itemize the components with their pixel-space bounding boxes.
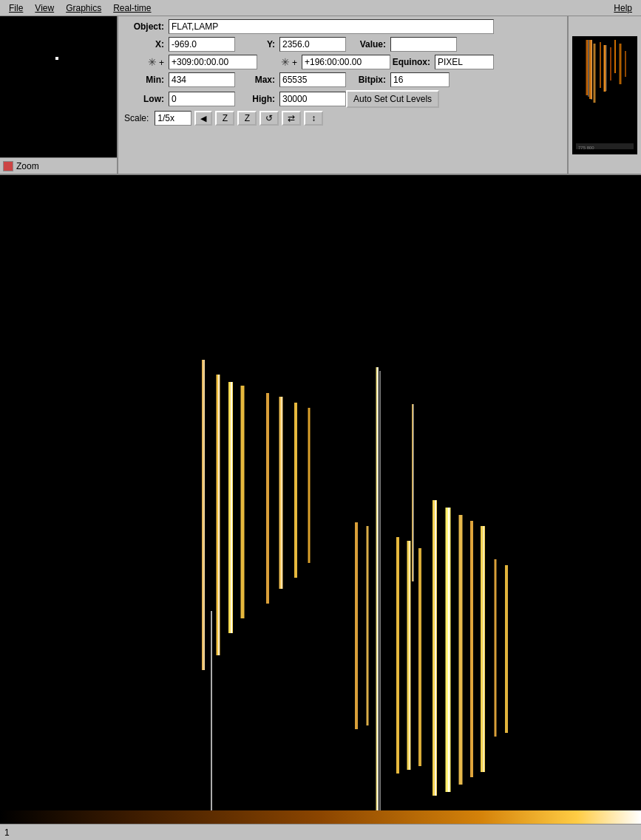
high-label: High: [235,94,279,104]
y-field[interactable] [279,37,346,52]
object-row: Object: [124,19,561,34]
ra-icon-group: ✳ + [124,56,169,68]
scale-row: Scale: ◀ Z Z ↺ ⇄ ↕ [124,111,561,126]
zoom-in-button[interactable]: Z [237,111,257,126]
zoom-color-indicator [3,161,13,171]
y-label: Y: [235,39,279,49]
dec-star-icon: ✳ [281,56,290,68]
xy-row: X: Y: Value: [124,37,561,52]
info-panel: Object: X: Y: Value: ✳ + ✳ + Equinox: [118,16,567,174]
zoom-label: Zoom [16,161,39,171]
x-label: X: [124,39,169,49]
value-label: Value: [346,39,390,49]
ra-star-icon: ✳ [148,56,157,68]
menu-view[interactable]: View [29,1,60,15]
min-label: Min: [124,75,169,85]
thumbnail-image: 775 800 [572,36,637,154]
spectral-display [0,175,641,810]
scale-field[interactable] [155,111,191,126]
scroll-left-btn[interactable]: ◀ [194,111,212,126]
menubar: File View Graphics Real-time Help [0,0,641,16]
main-spectral-image[interactable] [0,175,641,810]
flip-horizontal-button[interactable]: ⇄ [282,111,301,126]
zoom-label-bar: Zoom [0,157,117,174]
high-field[interactable] [279,92,346,106]
object-label: Object: [124,21,169,32]
scale-label: Scale: [124,113,149,123]
thumbnail-panel: 775 800 [567,16,641,174]
zoom-panel: Zoom [0,16,118,174]
dec-field[interactable] [302,55,390,69]
bitpix-field[interactable] [390,72,450,87]
status-value: 1 [4,827,10,838]
equinox-label: Equinox: [390,57,435,67]
top-panel: Zoom Object: X: Y: Value: ✳ + ✳ [0,16,641,175]
min-field[interactable] [169,72,235,87]
max-field[interactable] [279,72,346,87]
menu-file[interactable]: File [3,1,29,15]
dec-plus-icon: + [292,58,297,68]
max-label: Max: [235,75,279,85]
radec-row: ✳ + ✳ + Equinox: [124,55,561,69]
equinox-field[interactable] [435,55,494,69]
statusbar: 1 [0,824,641,840]
bitpix-label: Bitpix: [346,75,390,85]
menu-realtime[interactable]: Real-time [107,1,157,15]
low-label: Low: [124,94,169,104]
dec-icon-group: ✳ + [257,56,302,68]
lowhigh-row: Low: High: Auto Set Cut Levels [124,90,561,108]
zoom-canvas[interactable] [0,16,117,157]
refresh-button[interactable]: ↺ [260,111,279,126]
auto-set-levels-button[interactable]: Auto Set Cut Levels [346,90,439,108]
low-field[interactable] [169,92,235,106]
menu-graphics[interactable]: Graphics [60,1,107,15]
zoom-out-button[interactable]: Z [215,111,234,126]
menu-help[interactable]: Help [608,1,638,15]
zoom-cursor [55,57,58,60]
svg-text:775 800: 775 800 [578,146,594,150]
colorbar [0,810,641,824]
object-field[interactable] [169,19,494,34]
svg-rect-15 [0,175,641,810]
minmax-row: Min: Max: Bitpix: [124,72,561,87]
ra-plus-icon: + [159,58,164,68]
flip-vertical-button[interactable]: ↕ [304,111,323,126]
value-field[interactable] [390,37,457,52]
x-field[interactable] [169,37,235,52]
ra-field[interactable] [169,55,257,69]
